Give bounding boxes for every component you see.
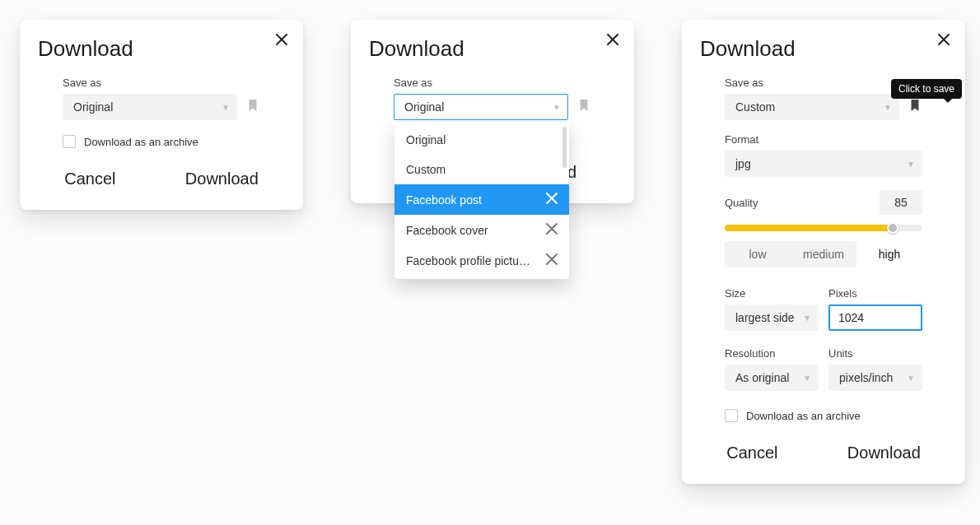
save-tooltip: Click to save <box>891 79 962 99</box>
close-icon <box>276 34 287 49</box>
quality-high-button[interactable]: high <box>856 241 922 267</box>
units-label: Units <box>828 347 922 360</box>
units-value: pixels/inch <box>839 371 893 384</box>
pixels-input[interactable] <box>828 304 922 331</box>
quality-medium-button[interactable]: medium <box>791 241 856 267</box>
save-as-option[interactable]: Original <box>394 125 569 155</box>
close-button[interactable] <box>272 31 292 51</box>
slider-knob[interactable] <box>887 222 898 234</box>
size-label: Size <box>725 287 819 300</box>
units-select[interactable]: pixels/inch ▼ <box>828 365 922 391</box>
save-as-value: Original <box>73 100 113 114</box>
caret-down-icon: ▼ <box>803 314 811 323</box>
cancel-button[interactable]: Cancel <box>58 165 122 193</box>
archive-checkbox[interactable] <box>725 409 738 422</box>
download-button[interactable]: Download <box>179 165 265 193</box>
caret-down-icon: ▼ <box>884 103 892 112</box>
archive-checkbox[interactable] <box>63 135 76 148</box>
delete-preset-button[interactable] <box>546 223 558 237</box>
download-modal-custom: Download Click to save Save as Custom ▼ <box>682 20 965 484</box>
caret-down-icon: ▼ <box>907 374 915 383</box>
save-as-select[interactable]: Original ▼ <box>63 94 237 120</box>
archive-label: Download as an archive <box>746 410 861 422</box>
caret-down-icon: ▼ <box>907 160 915 169</box>
bookmark-icon <box>578 99 590 115</box>
option-label: Facebook post <box>406 193 546 207</box>
close-icon <box>546 223 558 237</box>
close-button[interactable] <box>603 31 623 51</box>
format-label: Format <box>725 133 922 146</box>
archive-label: Download as an archive <box>84 136 198 148</box>
resolution-select[interactable]: As original ▼ <box>725 365 819 391</box>
close-icon <box>546 253 558 267</box>
quality-preset-segmented: low medium high <box>725 241 922 267</box>
caret-down-icon: ▼ <box>803 374 811 383</box>
save-as-option[interactable]: Custom <box>394 155 569 184</box>
bookmark-icon <box>909 99 921 115</box>
quality-value[interactable]: 85 <box>880 190 922 215</box>
save-as-dropdown: OriginalCustomFacebook postFacebook cove… <box>394 122 569 279</box>
close-icon <box>546 193 558 207</box>
save-as-label: Save as <box>63 77 260 89</box>
bookmark-icon <box>247 99 259 115</box>
modal-title: Download <box>38 36 285 62</box>
save-as-option[interactable]: Facebook post <box>394 184 569 215</box>
download-modal-dropdown: Download Save as Original ▼ OriginalCust… <box>351 20 634 203</box>
size-select[interactable]: largest side ▼ <box>725 304 819 331</box>
save-as-value: Custom <box>735 100 775 114</box>
size-value: largest side <box>735 311 795 324</box>
download-modal-basic: Download Save as Original ▼ <box>20 20 303 210</box>
close-icon <box>938 34 950 49</box>
download-button[interactable]: Download <box>841 439 927 467</box>
modal-title: Download <box>369 36 616 62</box>
caret-down-icon: ▼ <box>553 103 561 112</box>
caret-down-icon: ▼ <box>222 103 230 112</box>
delete-preset-button[interactable] <box>546 253 558 267</box>
close-icon <box>607 34 618 49</box>
modal-title: Download <box>700 36 947 62</box>
save-as-value: Original <box>404 100 444 114</box>
format-select[interactable]: jpg ▼ <box>725 151 922 177</box>
save-as-select[interactable]: Custom ▼ <box>725 94 899 120</box>
slider-fill <box>725 225 893 231</box>
bookmark-button[interactable] <box>576 100 591 114</box>
quality-label: Quality <box>725 197 758 209</box>
dropdown-scrollbar[interactable] <box>562 127 567 168</box>
quality-low-button[interactable]: low <box>725 241 791 267</box>
cancel-button[interactable]: Cancel <box>720 439 784 467</box>
option-label: Custom <box>406 163 558 176</box>
bookmark-button[interactable] <box>908 100 922 114</box>
quality-slider[interactable] <box>725 225 922 231</box>
option-label: Original <box>406 133 558 146</box>
format-value: jpg <box>735 157 751 170</box>
delete-preset-button[interactable] <box>546 193 558 207</box>
resolution-label: Resolution <box>725 347 819 360</box>
save-as-select[interactable]: Original ▼ OriginalCustomFacebook postFa… <box>394 94 568 120</box>
close-button[interactable] <box>934 31 954 51</box>
option-label: Facebook profile pictu… <box>406 254 546 267</box>
bookmark-button[interactable] <box>245 100 260 114</box>
option-label: Facebook cover <box>406 224 546 237</box>
resolution-value: As original <box>735 371 789 384</box>
save-as-option[interactable]: Facebook cover <box>394 215 569 245</box>
pixels-label: Pixels <box>828 287 922 300</box>
save-as-label: Save as <box>394 77 591 89</box>
save-as-option[interactable]: Facebook profile pictu… <box>394 245 569 276</box>
